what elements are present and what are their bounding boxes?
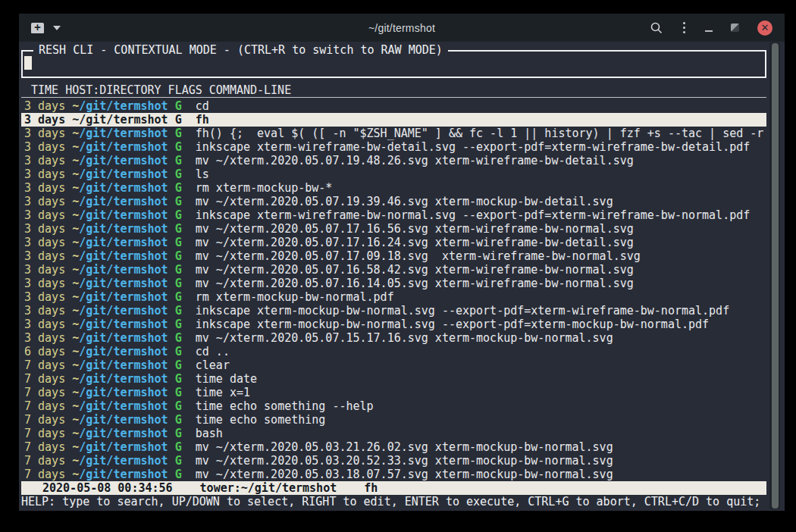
history-directory: /git/termshot xyxy=(79,427,168,440)
history-time: 3 days xyxy=(24,304,65,318)
scrollbar-thumb[interactable] xyxy=(772,43,779,509)
history-row[interactable]: 3 days ~/git/termshot G mv ~/xterm.2020.… xyxy=(21,195,766,208)
history-command: inkscape xterm-mockup-bw-normal.svg --ex… xyxy=(196,318,709,331)
minimize-button[interactable] xyxy=(705,30,713,32)
history-directory: /git/termshot xyxy=(79,386,168,399)
history-command: mv ~/xterm.2020.05.07.15.17.16.svg xterm… xyxy=(196,331,613,345)
history-row[interactable]: 3 days ~/git/termshot G mv ~/xterm.2020.… xyxy=(21,236,766,249)
history-row[interactable]: 6 days ~/git/termshot G cd .. xyxy=(21,345,766,358)
history-flags: G xyxy=(175,263,182,277)
history-command: inkscape xterm-mockup-bw-normal.svg --ex… xyxy=(196,304,729,318)
history-directory: /git/termshot xyxy=(79,208,168,222)
history-row[interactable]: 7 days ~/git/termshot G time echo someth… xyxy=(21,399,766,413)
history-directory: /git/termshot xyxy=(79,399,168,413)
resh-search-box[interactable]: RESH CLI - CONTEXTUAL MODE - (CTRL+R to … xyxy=(21,50,766,78)
history-command: fh() {; eval $( ([ -n "$ZSH_NAME" ] && f… xyxy=(196,127,764,140)
status-bar: 2020-05-08 00:34:56tower:~/git/termshotf… xyxy=(21,481,766,495)
history-flags: G xyxy=(175,413,182,427)
history-row[interactable]: 3 days ~/git/termshot G inkscape xterm-w… xyxy=(21,208,766,222)
history-row[interactable]: 3 days ~/git/termshot G mv ~/xterm.2020.… xyxy=(21,277,766,290)
history-row[interactable]: 7 days ~/git/termshot G time date xyxy=(21,372,766,386)
history-row[interactable]: 3 days ~/git/termshot G mv ~/xterm.2020.… xyxy=(21,154,766,167)
history-row[interactable]: 7 days ~/git/termshot G mv ~/xterm.2020.… xyxy=(21,454,766,468)
history-dir-home: ~ xyxy=(72,140,79,154)
history-directory: /git/termshot xyxy=(79,277,168,290)
history-dir-home: ~ xyxy=(72,99,79,113)
close-button[interactable]: ✕ xyxy=(757,20,772,36)
history-row[interactable]: 7 days ~/git/termshot G bash xyxy=(21,427,766,440)
history-row[interactable]: 3 days ~/git/termshot G rm xterm-mockup-… xyxy=(21,290,766,304)
history-time: 7 days xyxy=(24,372,65,386)
history-time: 3 days xyxy=(24,222,65,236)
history-row[interactable]: 7 days ~/git/termshot G time x=1 xyxy=(21,386,766,399)
history-command: clear xyxy=(196,358,230,372)
resh-box-title: RESH CLI - CONTEXTUAL MODE - (CTRL+R to … xyxy=(33,43,448,57)
history-row[interactable]: 3 days ~/git/termshot G inkscape xterm-m… xyxy=(21,318,766,331)
restore-button[interactable] xyxy=(731,23,739,32)
history-flags: G xyxy=(175,331,182,345)
menu-kebab-icon[interactable] xyxy=(682,20,687,35)
history-directory: /git/termshot xyxy=(79,249,168,263)
history-command: cd xyxy=(196,99,209,113)
history-flags: G xyxy=(175,318,182,331)
history-row[interactable]: 7 days ~/git/termshot G time echo someth… xyxy=(21,413,766,427)
history-directory: /git/termshot xyxy=(79,154,168,167)
history-command: fh xyxy=(196,113,209,127)
history-directory: /git/termshot xyxy=(79,413,168,427)
history-flags: G xyxy=(175,236,182,249)
history-row[interactable]: 3 days ~/git/termshot G fh() {; eval $( … xyxy=(21,127,766,140)
history-command: time x=1 xyxy=(196,386,250,399)
history-directory: /git/termshot xyxy=(79,113,168,127)
history-flags: G xyxy=(175,468,182,481)
history-time: 3 days xyxy=(24,195,65,208)
history-row[interactable]: 3 days ~/git/termshot G mv ~/xterm.2020.… xyxy=(21,222,766,236)
terminal-content[interactable]: RESH CLI - CONTEXTUAL MODE - (CTRL+R to … xyxy=(19,42,785,511)
history-command: mv ~/xterm.2020.05.03.20.52.33.svg xterm… xyxy=(196,454,613,468)
history-directory: /git/termshot xyxy=(79,236,168,249)
history-row[interactable]: 7 days ~/git/termshot G mv ~/xterm.2020.… xyxy=(21,468,766,481)
history-row[interactable]: 3 days ~/git/termshot G ls xyxy=(21,167,766,181)
history-row[interactable]: 7 days ~/git/termshot G mv ~/xterm.2020.… xyxy=(21,440,766,454)
history-time: 3 days xyxy=(24,277,65,290)
history-dir-home: ~ xyxy=(72,318,79,331)
history-row[interactable]: 3 days ~/git/termshot G mv ~/xterm.2020.… xyxy=(21,263,766,277)
history-flags: G xyxy=(175,208,182,222)
search-icon[interactable] xyxy=(650,21,663,35)
history-command: inkscape xterm-wireframe-bw-detail.svg -… xyxy=(196,140,751,154)
history-time: 7 days xyxy=(24,413,65,427)
history-directory: /git/termshot xyxy=(79,454,168,468)
history-dir-home: ~ xyxy=(72,372,79,386)
history-directory: /git/termshot xyxy=(79,290,168,304)
scrollbar[interactable] xyxy=(769,42,780,509)
history-row[interactable]: 7 days ~/git/termshot G clear xyxy=(21,358,766,372)
history-flags: G xyxy=(175,386,182,399)
history-time: 6 days xyxy=(24,345,65,358)
history-time: 7 days xyxy=(24,399,65,413)
history-row[interactable]: 3 days ~/git/termshot G inkscape xterm-m… xyxy=(21,304,766,318)
history-dir-home: ~ xyxy=(72,454,79,468)
history-command: mv ~/xterm.2020.05.07.19.48.26.svg xterm… xyxy=(196,154,634,167)
status-command: fh xyxy=(364,481,378,495)
history-dir-home: ~ xyxy=(72,413,79,427)
history-command: mv ~/xterm.2020.05.03.21.26.02.svg xterm… xyxy=(196,440,613,454)
history-time: 7 days xyxy=(24,440,65,454)
history-directory: /git/termshot xyxy=(79,331,168,345)
history-dir-home: ~ xyxy=(72,127,79,140)
history-row[interactable]: 3 days ~/git/termshot G cd xyxy=(21,99,766,113)
history-command: mv ~/xterm.2020.05.07.17.16.56.svg xterm… xyxy=(196,222,634,236)
history-command: time echo something xyxy=(196,413,326,427)
history-row[interactable]: 3 days ~/git/termshot G rm xterm-mockup-… xyxy=(21,181,766,195)
history-command: bash xyxy=(196,427,223,440)
history-row[interactable]: 3 days ~/git/termshot G inkscape xterm-w… xyxy=(21,140,766,154)
history-directory: /git/termshot xyxy=(79,222,168,236)
history-flags: G xyxy=(175,372,182,386)
history-dir-home: ~ xyxy=(72,113,79,127)
status-location: tower:~/git/termshot xyxy=(200,481,337,495)
history-row[interactable]: 3 days ~/git/termshot G fh xyxy=(21,113,766,127)
history-flags: G xyxy=(175,249,182,263)
history-time: 7 days xyxy=(24,427,65,440)
history-flags: G xyxy=(175,127,182,140)
history-row[interactable]: 3 days ~/git/termshot G mv ~/xterm.2020.… xyxy=(21,331,766,345)
history-dir-home: ~ xyxy=(72,290,79,304)
history-row[interactable]: 3 days ~/git/termshot G mv ~/xterm.2020.… xyxy=(21,249,766,263)
